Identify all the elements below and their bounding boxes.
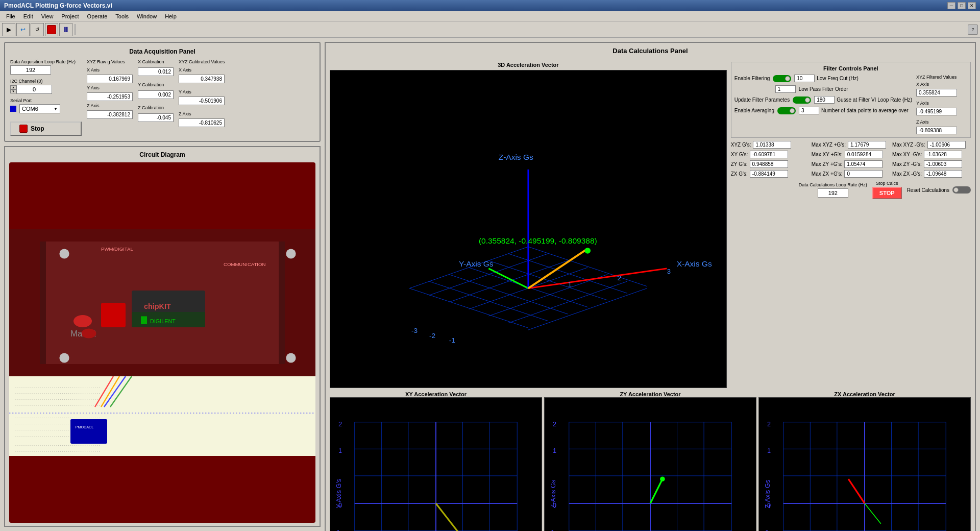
low-pass-order-value[interactable]: 1 bbox=[775, 85, 796, 93]
toolbar-extra-btn[interactable]: ? bbox=[968, 25, 978, 35]
window-controls[interactable]: ─ □ ✕ bbox=[947, 2, 976, 9]
x-calib-label: X Calibration bbox=[138, 59, 174, 64]
update-filter-label: Update Filter Parametes bbox=[734, 97, 790, 103]
zx-gs-row: ZX G's: -0.884149 bbox=[731, 170, 810, 178]
calibration-section: X Calibration 0.012 Y Calibration 0.002 … bbox=[138, 59, 174, 122]
svg-text:-3: -3 bbox=[411, 327, 418, 334]
menu-project[interactable]: Project bbox=[57, 12, 83, 20]
i2c-up-btn[interactable]: ▲ bbox=[10, 85, 16, 89]
menu-file[interactable]: File bbox=[2, 12, 19, 20]
svg-text:· · · · · · · · · · · · · · · : · · · · · · · · · · · · · · · · · · · · … bbox=[15, 391, 100, 396]
svg-text:1: 1 bbox=[568, 280, 572, 288]
z-calib-val: -0.810625 bbox=[179, 118, 225, 127]
max-xy-plus-value: 0.0159284 bbox=[845, 151, 883, 158]
dropdown-arrow-icon: ▼ bbox=[54, 107, 58, 111]
svg-text:· · · · · · · · · · · · · · · : · · · · · · · · · · · · · · · · · · · · … bbox=[15, 403, 100, 408]
plots-2d-row: XY Acceleration Vector bbox=[330, 391, 971, 531]
enable-avg-toggle[interactable] bbox=[777, 107, 796, 114]
circuit-panel-title: Circuit Diagram bbox=[9, 151, 315, 158]
svg-text:3: 3 bbox=[667, 268, 671, 275]
serial-port-section: Serial Port COM6 ▼ bbox=[10, 98, 82, 113]
filtered-values-section: XYZ Filtered Values X Axis 0.355824 Y Ax… bbox=[916, 75, 967, 134]
reset-calcs-toggle[interactable] bbox=[952, 186, 971, 194]
calcs-grid: XYZ G's: 1.01338 Max XYZ +G's: 1.17679 M… bbox=[731, 141, 971, 178]
minimize-button[interactable]: ─ bbox=[947, 2, 955, 9]
calibrated-values-section: XYZ Calibrated Values X Axis 0.347938 Y … bbox=[179, 59, 225, 127]
max-zy-minus-value: -1.00603 bbox=[924, 160, 962, 168]
toolbar-arrow-btn[interactable]: ▶ bbox=[2, 23, 15, 36]
x-calib-val-label: X Axis bbox=[179, 67, 225, 73]
xy-plot: -3 -2 -1 0 1 2 2 1 0 -1 -2 X-Ax bbox=[330, 397, 542, 531]
guess-loop-rate-value[interactable]: 180 bbox=[814, 96, 835, 104]
xyz-gs-label: XYZ G's: bbox=[731, 142, 751, 148]
toolbar-refresh-btn[interactable]: ↺ bbox=[31, 23, 44, 36]
stop-label: Stop bbox=[31, 125, 44, 132]
i2c-section: I2C Channel (0) ▲ ▼ 0 bbox=[10, 79, 82, 94]
acq-panel: Data Acquisition Panel Data Acquisition … bbox=[4, 42, 321, 142]
close-button[interactable]: ✕ bbox=[968, 2, 976, 9]
menu-view[interactable]: View bbox=[37, 12, 58, 20]
3d-plot-svg: X-Axis Gs Y-Axis Gs Z-Axis Gs 1 2 3 bbox=[330, 70, 726, 388]
low-freq-cut-label: Low Freq Cut (Hz) bbox=[817, 76, 859, 81]
stop-calcs-section: Stop Calcs STOP bbox=[872, 181, 902, 199]
svg-text:· · · · · · · · · · · · · · · : · · · · · · · · · · · · · · · · · · · · … bbox=[15, 443, 100, 448]
calcs-loop-rate-label: Data Calculations Loop Rate (Hz) bbox=[799, 182, 867, 187]
xy-gs-value: -0.609781 bbox=[750, 151, 788, 158]
svg-point-62 bbox=[584, 248, 591, 254]
max-zx-plus-row: Max ZX +G's: 0 bbox=[812, 170, 890, 178]
svg-text:-1: -1 bbox=[334, 528, 340, 531]
menu-window[interactable]: Window bbox=[133, 12, 161, 20]
svg-text:Z-Axis Gs: Z-Axis Gs bbox=[499, 153, 533, 161]
svg-point-14 bbox=[59, 353, 69, 363]
zx-plot-container: ZX Acceleration Vector bbox=[758, 391, 971, 531]
right-panel: Data Calculations Panel 3D Acceleration … bbox=[325, 42, 976, 527]
calc-panel-title: Data Calculations Panel bbox=[330, 47, 971, 55]
i2c-value[interactable]: 0 bbox=[16, 85, 52, 94]
i2c-spinner[interactable]: ▲ ▼ 0 bbox=[10, 85, 52, 94]
zx-gs-value: -0.884149 bbox=[750, 170, 788, 178]
menu-help[interactable]: Help bbox=[161, 12, 181, 20]
max-xy-minus-row: Max XY -G's: -1.03628 bbox=[892, 151, 971, 158]
menu-operate[interactable]: Operate bbox=[83, 12, 112, 20]
stop-button[interactable]: Stop bbox=[10, 122, 82, 136]
toolbar-stop-btn[interactable] bbox=[45, 23, 58, 36]
svg-text:2: 2 bbox=[553, 420, 556, 427]
menu-edit[interactable]: Edit bbox=[19, 12, 37, 20]
x-axis-label-raw: X Axis bbox=[87, 67, 105, 73]
plot-3d-container: 3D Acceleration Vector bbox=[330, 62, 727, 388]
low-freq-cut-value[interactable]: 10 bbox=[794, 75, 815, 82]
toolbar-pause-btn[interactable]: ⏸ bbox=[59, 23, 72, 36]
menu-tools[interactable]: Tools bbox=[111, 12, 133, 20]
svg-text:1: 1 bbox=[338, 447, 342, 454]
svg-text:Y-Axis G's: Y-Axis G's bbox=[335, 478, 342, 508]
max-zx-minus-label: Max ZX -G's: bbox=[892, 171, 922, 177]
serial-port-dropdown[interactable]: COM6 ▼ bbox=[19, 104, 60, 113]
enable-filtering-row: Enable Filtering 10 Low Freq Cut (Hz) bbox=[734, 75, 912, 82]
zx-plot: -3 -2 -1 0 1 2 2 1 0 -1 -2 X-Axis G's bbox=[758, 397, 971, 531]
plot-3d-title: 3D Acceleration Vector bbox=[330, 62, 727, 68]
calcs-loop-rate-value: 192 bbox=[818, 188, 848, 198]
toolbar-run-btn[interactable]: ↩ bbox=[16, 23, 30, 36]
max-zy-minus-label: Max ZY -G's: bbox=[892, 161, 922, 167]
filter-controls-panel: Filter Controls Panel Enable Filtering bbox=[731, 62, 971, 138]
i2c-down-btn[interactable]: ▼ bbox=[10, 89, 16, 93]
svg-text:X-Axis Gs: X-Axis Gs bbox=[677, 259, 712, 268]
y-filtered-value: -0.495199 bbox=[916, 108, 957, 115]
xy-plot-title: XY Acceleration Vector bbox=[330, 391, 542, 397]
svg-rect-2 bbox=[40, 242, 46, 364]
enable-filtering-toggle[interactable] bbox=[773, 75, 791, 82]
svg-text:-1: -1 bbox=[763, 528, 769, 531]
max-zx-minus-value: -1.09648 bbox=[924, 170, 962, 178]
enable-avg-row: Enable Averaging 3 Number of data points… bbox=[734, 107, 912, 114]
menu-bar: File Edit View Project Operate Tools Win… bbox=[0, 11, 980, 21]
maximize-button[interactable]: □ bbox=[958, 2, 966, 9]
svg-text:Z-Axis Gs: Z-Axis Gs bbox=[549, 479, 557, 508]
update-filter-toggle[interactable] bbox=[793, 96, 811, 104]
svg-text:COMMUNICATION: COMMUNICATION bbox=[224, 261, 265, 267]
max-xy-minus-label: Max XY -G's: bbox=[892, 152, 922, 157]
update-filter-row: Update Filter Parametes 180 Gusse at Fil… bbox=[734, 96, 912, 104]
stop-calcs-button[interactable]: STOP bbox=[872, 187, 902, 199]
avg-points-value[interactable]: 3 bbox=[799, 107, 819, 114]
raw-g-section-label: XYZ Raw g Values bbox=[87, 59, 133, 64]
svg-marker-9 bbox=[141, 316, 147, 324]
